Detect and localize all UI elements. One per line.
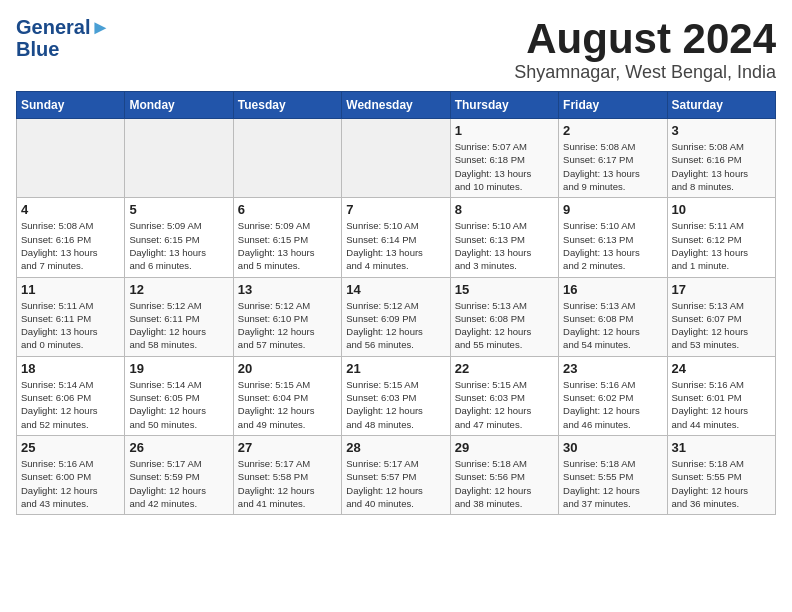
calendar-cell: 1Sunrise: 5:07 AM Sunset: 6:18 PM Daylig… xyxy=(450,119,558,198)
calendar-cell: 29Sunrise: 5:18 AM Sunset: 5:56 PM Dayli… xyxy=(450,435,558,514)
day-number: 16 xyxy=(563,282,662,297)
calendar-cell xyxy=(17,119,125,198)
day-number: 22 xyxy=(455,361,554,376)
calendar-cell: 26Sunrise: 5:17 AM Sunset: 5:59 PM Dayli… xyxy=(125,435,233,514)
calendar-cell: 6Sunrise: 5:09 AM Sunset: 6:15 PM Daylig… xyxy=(233,198,341,277)
day-info: Sunrise: 5:14 AM Sunset: 6:05 PM Dayligh… xyxy=(129,378,228,431)
day-number: 14 xyxy=(346,282,445,297)
calendar-header-saturday: Saturday xyxy=(667,92,775,119)
calendar-header-monday: Monday xyxy=(125,92,233,119)
day-number: 29 xyxy=(455,440,554,455)
day-number: 28 xyxy=(346,440,445,455)
page-header: General► Blue August 2024 Shyamnagar, We… xyxy=(16,16,776,83)
calendar-cell: 22Sunrise: 5:15 AM Sunset: 6:03 PM Dayli… xyxy=(450,356,558,435)
day-info: Sunrise: 5:15 AM Sunset: 6:03 PM Dayligh… xyxy=(346,378,445,431)
calendar-cell: 12Sunrise: 5:12 AM Sunset: 6:11 PM Dayli… xyxy=(125,277,233,356)
day-info: Sunrise: 5:13 AM Sunset: 6:07 PM Dayligh… xyxy=(672,299,771,352)
calendar-header-friday: Friday xyxy=(559,92,667,119)
calendar-cell xyxy=(342,119,450,198)
day-number: 12 xyxy=(129,282,228,297)
day-number: 3 xyxy=(672,123,771,138)
calendar-cell xyxy=(233,119,341,198)
day-number: 21 xyxy=(346,361,445,376)
day-info: Sunrise: 5:08 AM Sunset: 6:16 PM Dayligh… xyxy=(672,140,771,193)
logo: General► Blue xyxy=(16,16,110,60)
day-info: Sunrise: 5:12 AM Sunset: 6:09 PM Dayligh… xyxy=(346,299,445,352)
day-number: 9 xyxy=(563,202,662,217)
day-info: Sunrise: 5:11 AM Sunset: 6:12 PM Dayligh… xyxy=(672,219,771,272)
calendar-header-tuesday: Tuesday xyxy=(233,92,341,119)
day-info: Sunrise: 5:17 AM Sunset: 5:58 PM Dayligh… xyxy=(238,457,337,510)
day-info: Sunrise: 5:08 AM Sunset: 6:17 PM Dayligh… xyxy=(563,140,662,193)
day-info: Sunrise: 5:18 AM Sunset: 5:55 PM Dayligh… xyxy=(563,457,662,510)
calendar-cell: 24Sunrise: 5:16 AM Sunset: 6:01 PM Dayli… xyxy=(667,356,775,435)
day-number: 18 xyxy=(21,361,120,376)
day-info: Sunrise: 5:18 AM Sunset: 5:55 PM Dayligh… xyxy=(672,457,771,510)
calendar-cell: 18Sunrise: 5:14 AM Sunset: 6:06 PM Dayli… xyxy=(17,356,125,435)
calendar-header-wednesday: Wednesday xyxy=(342,92,450,119)
day-number: 13 xyxy=(238,282,337,297)
day-number: 20 xyxy=(238,361,337,376)
calendar-cell: 14Sunrise: 5:12 AM Sunset: 6:09 PM Dayli… xyxy=(342,277,450,356)
calendar-week-row: 4Sunrise: 5:08 AM Sunset: 6:16 PM Daylig… xyxy=(17,198,776,277)
day-info: Sunrise: 5:12 AM Sunset: 6:11 PM Dayligh… xyxy=(129,299,228,352)
calendar-cell: 20Sunrise: 5:15 AM Sunset: 6:04 PM Dayli… xyxy=(233,356,341,435)
day-info: Sunrise: 5:17 AM Sunset: 5:59 PM Dayligh… xyxy=(129,457,228,510)
location-subtitle: Shyamnagar, West Bengal, India xyxy=(514,62,776,83)
calendar-week-row: 25Sunrise: 5:16 AM Sunset: 6:00 PM Dayli… xyxy=(17,435,776,514)
title-block: August 2024 Shyamnagar, West Bengal, Ind… xyxy=(514,16,776,83)
calendar-cell: 3Sunrise: 5:08 AM Sunset: 6:16 PM Daylig… xyxy=(667,119,775,198)
calendar-cell: 8Sunrise: 5:10 AM Sunset: 6:13 PM Daylig… xyxy=(450,198,558,277)
calendar-week-row: 11Sunrise: 5:11 AM Sunset: 6:11 PM Dayli… xyxy=(17,277,776,356)
day-info: Sunrise: 5:07 AM Sunset: 6:18 PM Dayligh… xyxy=(455,140,554,193)
calendar-cell: 13Sunrise: 5:12 AM Sunset: 6:10 PM Dayli… xyxy=(233,277,341,356)
day-info: Sunrise: 5:12 AM Sunset: 6:10 PM Dayligh… xyxy=(238,299,337,352)
day-info: Sunrise: 5:11 AM Sunset: 6:11 PM Dayligh… xyxy=(21,299,120,352)
day-number: 30 xyxy=(563,440,662,455)
day-info: Sunrise: 5:09 AM Sunset: 6:15 PM Dayligh… xyxy=(238,219,337,272)
logo-blue: Blue xyxy=(16,38,110,60)
calendar-cell: 28Sunrise: 5:17 AM Sunset: 5:57 PM Dayli… xyxy=(342,435,450,514)
day-info: Sunrise: 5:14 AM Sunset: 6:06 PM Dayligh… xyxy=(21,378,120,431)
calendar-header-row: SundayMondayTuesdayWednesdayThursdayFrid… xyxy=(17,92,776,119)
calendar-cell: 27Sunrise: 5:17 AM Sunset: 5:58 PM Dayli… xyxy=(233,435,341,514)
day-number: 26 xyxy=(129,440,228,455)
calendar-cell xyxy=(125,119,233,198)
calendar-cell: 2Sunrise: 5:08 AM Sunset: 6:17 PM Daylig… xyxy=(559,119,667,198)
calendar-cell: 15Sunrise: 5:13 AM Sunset: 6:08 PM Dayli… xyxy=(450,277,558,356)
day-number: 10 xyxy=(672,202,771,217)
calendar-table: SundayMondayTuesdayWednesdayThursdayFrid… xyxy=(16,91,776,515)
calendar-header-sunday: Sunday xyxy=(17,92,125,119)
calendar-header-thursday: Thursday xyxy=(450,92,558,119)
day-number: 11 xyxy=(21,282,120,297)
day-number: 19 xyxy=(129,361,228,376)
day-number: 5 xyxy=(129,202,228,217)
day-info: Sunrise: 5:09 AM Sunset: 6:15 PM Dayligh… xyxy=(129,219,228,272)
calendar-cell: 21Sunrise: 5:15 AM Sunset: 6:03 PM Dayli… xyxy=(342,356,450,435)
day-info: Sunrise: 5:18 AM Sunset: 5:56 PM Dayligh… xyxy=(455,457,554,510)
calendar-cell: 23Sunrise: 5:16 AM Sunset: 6:02 PM Dayli… xyxy=(559,356,667,435)
day-number: 4 xyxy=(21,202,120,217)
day-number: 15 xyxy=(455,282,554,297)
logo-general: General► xyxy=(16,16,110,38)
day-info: Sunrise: 5:10 AM Sunset: 6:13 PM Dayligh… xyxy=(563,219,662,272)
calendar-cell: 19Sunrise: 5:14 AM Sunset: 6:05 PM Dayli… xyxy=(125,356,233,435)
calendar-cell: 7Sunrise: 5:10 AM Sunset: 6:14 PM Daylig… xyxy=(342,198,450,277)
day-number: 8 xyxy=(455,202,554,217)
day-info: Sunrise: 5:16 AM Sunset: 6:01 PM Dayligh… xyxy=(672,378,771,431)
day-info: Sunrise: 5:15 AM Sunset: 6:03 PM Dayligh… xyxy=(455,378,554,431)
calendar-cell: 5Sunrise: 5:09 AM Sunset: 6:15 PM Daylig… xyxy=(125,198,233,277)
day-info: Sunrise: 5:10 AM Sunset: 6:14 PM Dayligh… xyxy=(346,219,445,272)
day-info: Sunrise: 5:13 AM Sunset: 6:08 PM Dayligh… xyxy=(455,299,554,352)
calendar-cell: 25Sunrise: 5:16 AM Sunset: 6:00 PM Dayli… xyxy=(17,435,125,514)
calendar-cell: 16Sunrise: 5:13 AM Sunset: 6:08 PM Dayli… xyxy=(559,277,667,356)
calendar-cell: 4Sunrise: 5:08 AM Sunset: 6:16 PM Daylig… xyxy=(17,198,125,277)
calendar-cell: 30Sunrise: 5:18 AM Sunset: 5:55 PM Dayli… xyxy=(559,435,667,514)
day-number: 1 xyxy=(455,123,554,138)
calendar-cell: 17Sunrise: 5:13 AM Sunset: 6:07 PM Dayli… xyxy=(667,277,775,356)
calendar-week-row: 18Sunrise: 5:14 AM Sunset: 6:06 PM Dayli… xyxy=(17,356,776,435)
calendar-cell: 11Sunrise: 5:11 AM Sunset: 6:11 PM Dayli… xyxy=(17,277,125,356)
day-info: Sunrise: 5:08 AM Sunset: 6:16 PM Dayligh… xyxy=(21,219,120,272)
calendar-cell: 10Sunrise: 5:11 AM Sunset: 6:12 PM Dayli… xyxy=(667,198,775,277)
day-info: Sunrise: 5:13 AM Sunset: 6:08 PM Dayligh… xyxy=(563,299,662,352)
